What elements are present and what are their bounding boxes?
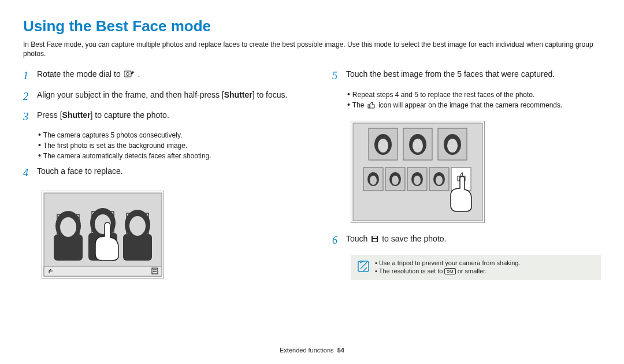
- svg-point-42: [436, 176, 443, 185]
- step-2: 2 Align your subject in the frame, and t…: [23, 90, 292, 104]
- note-icon: [358, 261, 369, 274]
- page-title: Using the Best Face mode: [23, 17, 601, 35]
- step-number: 4: [23, 166, 37, 180]
- step-text: Align your subject in the frame, and the…: [37, 90, 224, 99]
- svg-point-9: [60, 217, 76, 237]
- bullet: The camera automatically detects faces a…: [38, 151, 292, 160]
- step-number: 6: [332, 233, 346, 248]
- step-5-bullets: Repeat steps 4 and 5 to replace the rest…: [347, 90, 601, 110]
- svg-point-40: [392, 176, 399, 185]
- note-item: The resolution is set to 5M or smaller.: [375, 268, 520, 274]
- svg-point-1: [126, 73, 129, 76]
- step-text: Touch a face to replace.: [37, 166, 123, 180]
- intro-text: In Best Face mode, you can capture multi…: [23, 40, 601, 58]
- step-number: 1: [23, 69, 37, 83]
- svg-point-11: [129, 216, 146, 236]
- shutter-key: Shutter: [224, 90, 252, 99]
- step-text-end: ] to focus.: [252, 90, 288, 99]
- note-item: Use a tripod to prevent your camera from…: [375, 259, 520, 266]
- step-number: 2: [23, 90, 37, 104]
- step-1: 1 Rotate the mode dial to .: [23, 69, 292, 83]
- left-column: 1 Rotate the mode dial to . 2 Align your…: [23, 69, 292, 289]
- step-number: 3: [23, 110, 37, 124]
- bullet: Repeat steps 4 and 5 to replace the rest…: [347, 90, 601, 99]
- svg-point-39: [370, 176, 377, 185]
- step-3-bullets: The camera captures 5 photos consecutive…: [38, 130, 292, 160]
- bullet: The camera captures 5 photos consecutive…: [38, 130, 292, 139]
- step-number: 5: [332, 69, 346, 83]
- svg-rect-0: [124, 71, 131, 77]
- step-text: Touch: [346, 234, 370, 243]
- svg-rect-46: [373, 239, 377, 242]
- page-footer: Extended functions 54: [0, 347, 624, 354]
- step-4: 4 Touch a face to replace.: [23, 166, 292, 180]
- svg-point-29: [447, 139, 458, 153]
- illustration-select-best: [351, 121, 485, 223]
- step-6: 6 Touch to save the photo.: [332, 233, 601, 248]
- step-5: 5 Touch the best image from the 5 faces …: [332, 69, 601, 83]
- illustration-touch-face: [42, 191, 164, 278]
- note-box: Use a tripod to prevent your camera from…: [351, 255, 601, 280]
- svg-point-41: [414, 176, 421, 185]
- bullet: The first photo is set as the background…: [38, 140, 292, 150]
- step-text-end: .: [138, 69, 140, 79]
- resolution-badge: 5M: [444, 268, 455, 274]
- bullet: The icon will appear on the image that t…: [347, 100, 601, 110]
- step-text: Touch the best image from the 5 faces th…: [346, 69, 555, 83]
- svg-point-28: [413, 139, 423, 153]
- svg-point-27: [378, 139, 388, 153]
- svg-rect-15: [44, 266, 162, 276]
- step-3: 3 Press [Shutter] to capture the photo.: [23, 110, 292, 124]
- footer-page-number: 54: [337, 347, 344, 354]
- svg-rect-8: [123, 234, 152, 261]
- right-column: 5 Touch the best image from the 5 faces …: [332, 69, 601, 289]
- footer-section: Extended functions: [280, 347, 334, 354]
- thumbs-up-icon: [367, 102, 376, 110]
- svg-rect-4: [54, 235, 83, 261]
- save-icon: [371, 235, 378, 246]
- step-text-end: to save the photo.: [382, 234, 446, 243]
- step-text: Rotate the mode dial to: [37, 69, 123, 79]
- mode-dial-icon: [124, 70, 135, 81]
- shutter-key: Shutter: [62, 110, 91, 120]
- step-text: Press [: [37, 110, 62, 120]
- svg-rect-45: [373, 236, 377, 238]
- step-text-end: ] to capture the photo.: [91, 110, 169, 120]
